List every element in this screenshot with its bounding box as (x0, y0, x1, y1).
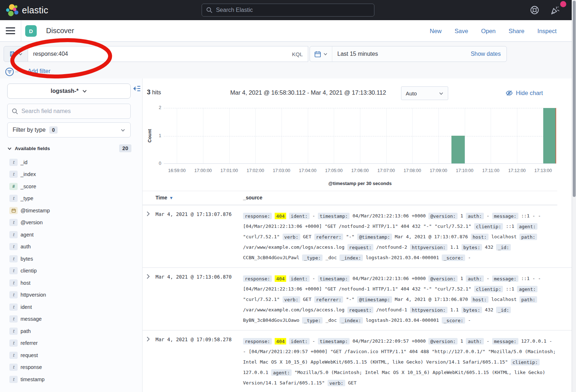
field-item-request[interactable]: trequest (0, 349, 143, 361)
index-pattern-name: logstash-* (51, 88, 78, 94)
nav-save[interactable]: Save (455, 28, 468, 35)
field-item-_id[interactable]: t_id (0, 156, 143, 168)
field-tag: @timestamp: (357, 296, 392, 303)
field-item-referrer[interactable]: treferrer (0, 337, 143, 350)
field-tag: httpversion: (410, 244, 447, 251)
field-value: "curl/7.52.1" (243, 297, 280, 302)
field-item-_score[interactable]: #_score (0, 180, 143, 193)
field-tag: host: (471, 234, 489, 240)
field-item-_type[interactable]: t_type (0, 193, 143, 205)
field-name: clientip (21, 268, 37, 274)
expand-row-icon[interactable] (146, 337, 150, 342)
field-item-ident[interactable]: tident (0, 301, 143, 313)
field-item-host[interactable]: thost (0, 277, 143, 289)
discover-main: 3 hits Mar 4, 2021 @ 16:58:30.112 - Mar … (143, 78, 572, 392)
elastic-logo[interactable]: elastic (5, 3, 48, 17)
field-tag: clientip: (474, 223, 503, 230)
elastic-logo-icon (5, 3, 19, 17)
field-item-bytes[interactable]: tbytes (0, 253, 143, 265)
interval-value: Auto (406, 90, 439, 96)
field-item-agent[interactable]: tagent (0, 229, 143, 241)
field-item-timestamp[interactable]: ttimestamp (0, 373, 143, 386)
field-name: auth (21, 244, 31, 249)
histogram-chart[interactable] (164, 108, 556, 164)
y-tick-label: 1 (153, 133, 161, 138)
field-item-response[interactable]: tresponse (0, 361, 143, 374)
chevron-down-icon (82, 89, 87, 94)
query-language-button[interactable]: KQL (288, 51, 303, 57)
histogram-bar-17:13:00[interactable] (543, 108, 556, 163)
time-column-header[interactable]: Time ▼ (156, 195, 172, 200)
field-name: referrer (21, 340, 38, 346)
string-field-icon: t (9, 352, 18, 359)
query-input[interactable] (33, 51, 288, 57)
field-tag: ident: (289, 213, 310, 219)
field-item-_index[interactable]: t_index (0, 168, 143, 181)
available-fields-header[interactable]: Available fields 20 (7, 143, 131, 153)
calendar-icon (314, 51, 321, 58)
show-dates-button[interactable]: Show dates (471, 51, 507, 57)
field-item-auth[interactable]: tauth (0, 241, 143, 253)
field-tag: _score: (442, 254, 465, 261)
string-field-icon: t (9, 303, 18, 311)
x-tick-label: 17:13:00 (528, 168, 558, 173)
scrollbar-thumb[interactable] (573, 1, 576, 197)
field-item-path[interactable]: tpath (0, 325, 143, 337)
menu-icon[interactable] (6, 27, 15, 34)
help-icon[interactable] (530, 5, 539, 15)
date-picker-calendar-button[interactable] (310, 46, 332, 62)
field-value: /notfound-2 (376, 244, 407, 250)
field-value: 432 (485, 307, 493, 312)
field-item-clientip[interactable]: tclientip (0, 265, 143, 277)
field-item-version[interactable]: t@version (0, 217, 143, 229)
time-range-value[interactable]: Last 15 minutes (332, 51, 471, 57)
expand-row-icon[interactable] (146, 211, 150, 216)
interval-select[interactable]: Auto (401, 86, 448, 100)
add-filter-button[interactable]: + Add filter (23, 68, 50, 75)
filter-icon[interactable] (5, 67, 14, 76)
field-tag: bytes: (462, 244, 482, 251)
table-row[interactable]: Mar 4, 2021 @ 17:13:06.870response: 404 … (143, 268, 572, 330)
histogram-bar-17:09:30[interactable] (451, 136, 464, 163)
filter-by-type-count: 0 (49, 126, 58, 134)
field-search[interactable] (7, 104, 131, 119)
table-row[interactable]: Mar 4, 2021 @ 17:13:07.876response: 404 … (143, 205, 572, 268)
hide-chart-button[interactable]: Hide chart (505, 89, 543, 97)
saved-query-menu-button[interactable] (4, 46, 28, 62)
index-pattern-select[interactable]: logstash-* (7, 84, 131, 99)
nav-share[interactable]: Share (509, 28, 525, 35)
nav-inspect[interactable]: Inspect (537, 28, 557, 35)
x-tick-label: 17:09:00 (423, 168, 454, 173)
string-field-icon: t (9, 159, 18, 166)
filter-by-type-label: Filter by type (13, 127, 46, 133)
collapse-sidebar-icon[interactable] (133, 85, 141, 93)
field-item-message[interactable]: tmessage (0, 313, 143, 325)
x-tick-label: 17:11:00 (476, 168, 506, 173)
highlight-404: 404 (275, 338, 286, 344)
filter-by-type[interactable]: Filter by type 0 (7, 122, 131, 138)
field-item-timestamp[interactable]: @timestamp (0, 204, 143, 217)
nav-new[interactable]: New (430, 28, 442, 35)
x-tick-label: 17:05:00 (319, 168, 349, 173)
news-icon[interactable] (550, 5, 560, 15)
field-value: _doc (325, 317, 337, 323)
field-tag: _type: (302, 317, 323, 324)
global-search-input[interactable] (216, 7, 370, 13)
field-tag: _id: (496, 307, 511, 313)
field-tag: _index: (339, 254, 363, 261)
nav-open[interactable]: Open (481, 28, 495, 35)
field-value: - (312, 276, 315, 281)
global-search[interactable] (202, 4, 374, 17)
discover-app-badge[interactable]: D (25, 25, 37, 37)
expand-row-icon[interactable] (146, 274, 150, 279)
field-tag: path: (519, 296, 537, 303)
field-search-input[interactable] (21, 108, 126, 114)
field-tag: clientip: (511, 359, 540, 365)
chart-gridline-horizontal (164, 136, 556, 136)
highlight-404: 404 (275, 275, 286, 282)
field-item-httpversion[interactable]: thttpversion (0, 289, 143, 301)
kibana-discover-page: elastic (0, 0, 576, 392)
field-list: t_idt_index#_scoret_type@timestampt@vers… (0, 156, 143, 386)
page-scrollbar[interactable] (572, 0, 576, 392)
table-row[interactable]: Mar 4, 2021 @ 17:09:58.278response: 404 … (143, 330, 572, 392)
